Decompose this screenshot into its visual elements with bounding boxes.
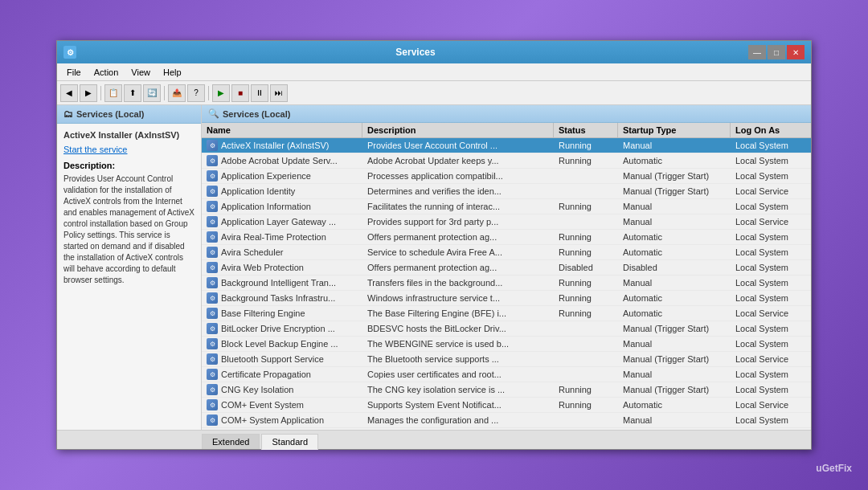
- main-area: 🗂 Services (Local) ActiveX Installer (Ax…: [57, 105, 811, 430]
- service-status-cell: Running: [554, 382, 618, 397]
- service-startup-cell: Manual: [618, 337, 731, 351]
- service-logon-cell: Local System: [731, 413, 811, 427]
- up-button[interactable]: ⬆: [124, 84, 141, 102]
- service-name-cell: ActiveX Installer (AxInstSV): [202, 138, 362, 153]
- left-panel-title: Services (Local): [76, 109, 144, 119]
- service-desc-cell: Facilitates the running of interac...: [362, 199, 554, 214]
- start-service-link[interactable]: Start the service: [63, 145, 194, 154]
- service-icon: [207, 292, 218, 304]
- service-icon: [207, 399, 218, 410]
- tree-button[interactable]: 📋: [104, 84, 122, 102]
- menu-file[interactable]: File: [60, 66, 88, 79]
- minimize-button[interactable]: —: [748, 45, 766, 59]
- service-desc-cell: Supports System Event Notificat...: [362, 398, 554, 412]
- table-row[interactable]: ActiveX Installer (AxInstSV)Provides Use…: [202, 138, 811, 153]
- service-logon-cell: Local Service: [731, 306, 811, 321]
- service-status-cell: [554, 214, 618, 229]
- service-icon: [207, 201, 218, 212]
- menu-help[interactable]: Help: [157, 66, 188, 79]
- table-row[interactable]: Application Layer Gateway ...Provides su…: [202, 214, 811, 230]
- table-row[interactable]: Base Filtering EngineThe Base Filtering …: [202, 306, 811, 321]
- services-window: ⚙ Services — □ ✕ File Action View Help ◀…: [56, 40, 812, 450]
- table-row[interactable]: Background Tasks Infrastru...Windows inf…: [202, 291, 811, 306]
- table-row[interactable]: Application IdentityDetermines and verif…: [202, 184, 811, 199]
- close-button[interactable]: ✕: [787, 45, 805, 59]
- service-logon-cell: Local Service: [731, 214, 811, 229]
- toolbar-separator-3: [208, 86, 209, 100]
- service-desc-cell: Provides support for 3rd party p...: [362, 214, 554, 229]
- col-logon[interactable]: Log On As: [731, 123, 811, 137]
- service-desc-cell: The WBENGINE service is used b...: [362, 337, 554, 351]
- col-description[interactable]: Description: [362, 123, 554, 137]
- table-row[interactable]: Application InformationFacilitates the r…: [202, 199, 811, 214]
- service-name-cell: Background Tasks Infrastru...: [202, 291, 362, 305]
- service-status-cell: Running: [554, 306, 618, 321]
- service-logon-cell: Local Service: [731, 184, 811, 198]
- table-row[interactable]: Certificate PropagationCopies user certi…: [202, 367, 811, 382]
- service-logon-cell: Local System: [731, 367, 811, 382]
- right-panel-header: 🔍 Services (Local): [202, 105, 811, 123]
- service-startup-cell: Manual (Trigger Start): [618, 169, 731, 183]
- toolbar: ◀ ▶ 📋 ⬆ 🔄 📤 ? ▶ ■ ⏸ ⏭: [57, 81, 811, 105]
- services-table[interactable]: Name Description Status Startup Type Log…: [202, 123, 811, 430]
- service-name-cell: BitLocker Drive Encryption ...: [202, 321, 362, 336]
- service-logon-cell: Local System: [731, 321, 811, 336]
- table-row[interactable]: Adobe Acrobat Update Serv...Adobe Acroba…: [202, 153, 811, 169]
- pause-button[interactable]: ⏸: [251, 84, 268, 102]
- service-desc-cell: BDESVC hosts the BitLocker Driv...: [362, 321, 554, 336]
- service-status-cell: Running: [554, 153, 618, 168]
- tab-standard[interactable]: Standard: [261, 434, 318, 450]
- maximize-button[interactable]: □: [768, 45, 785, 59]
- table-row[interactable]: Avira Real-Time ProtectionOffers permane…: [202, 230, 811, 245]
- table-row[interactable]: BitLocker Drive Encryption ...BDESVC hos…: [202, 321, 811, 337]
- help-button[interactable]: ?: [187, 84, 205, 102]
- service-startup-cell: Disabled: [618, 260, 731, 275]
- service-icon: [207, 308, 218, 319]
- refresh-button[interactable]: 🔄: [143, 84, 161, 102]
- service-status-cell: Running: [554, 230, 618, 244]
- table-row[interactable]: Avira Web ProtectionOffers permanent pro…: [202, 260, 811, 276]
- service-icon: [207, 231, 218, 243]
- restart-button[interactable]: ⏭: [270, 84, 288, 102]
- service-logon-cell: Local System: [731, 230, 811, 244]
- table-row[interactable]: Avira SchedulerService to schedule Avira…: [202, 245, 811, 260]
- table-row[interactable]: COM+ System ApplicationManages the confi…: [202, 413, 811, 428]
- play-button[interactable]: ▶: [212, 84, 230, 102]
- back-button[interactable]: ◀: [60, 84, 78, 102]
- service-startup-cell: Manual: [618, 367, 731, 382]
- table-row[interactable]: CNG Key IsolationThe CNG key isolation s…: [202, 382, 811, 398]
- table-row[interactable]: Application ExperienceProcesses applicat…: [202, 169, 811, 184]
- col-status[interactable]: Status: [554, 123, 618, 137]
- col-startup[interactable]: Startup Type: [618, 123, 731, 137]
- table-row[interactable]: COM+ Event SystemSupports System Event N…: [202, 398, 811, 413]
- service-desc-cell: Provides User Account Control ...: [362, 138, 554, 153]
- stop-button[interactable]: ■: [231, 84, 249, 102]
- service-status-cell: [554, 169, 618, 183]
- service-startup-cell: Automatic: [618, 291, 731, 305]
- service-icon: [207, 262, 218, 273]
- service-desc-cell: Windows infrastructure service t...: [362, 291, 554, 305]
- table-header: Name Description Status Startup Type Log…: [202, 123, 811, 138]
- service-logon-cell: Local System: [731, 153, 811, 168]
- service-status-cell: [554, 184, 618, 198]
- service-startup-cell: Manual (Trigger Start): [618, 382, 731, 397]
- export-button[interactable]: 📤: [168, 84, 186, 102]
- table-row[interactable]: Block Level Backup Engine ...The WBENGIN…: [202, 337, 811, 352]
- service-icon: [207, 323, 218, 334]
- service-icon: [207, 338, 218, 349]
- table-row[interactable]: Bluetooth Support ServiceThe Bluetooth s…: [202, 352, 811, 367]
- table-body: ActiveX Installer (AxInstSV)Provides Use…: [202, 138, 811, 430]
- service-name-cell: Application Layer Gateway ...: [202, 214, 362, 229]
- service-status-cell: [554, 337, 618, 351]
- service-icon: [207, 247, 218, 258]
- menu-view[interactable]: View: [125, 66, 157, 79]
- folder-icon: 🗂: [63, 108, 73, 120]
- forward-button[interactable]: ▶: [80, 84, 97, 102]
- table-row[interactable]: Background Intelligent Tran...Transfers …: [202, 276, 811, 291]
- tab-extended[interactable]: Extended: [202, 434, 260, 449]
- col-name[interactable]: Name: [202, 123, 362, 137]
- service-status-cell: Running: [554, 291, 618, 305]
- service-status-cell: Running: [554, 276, 618, 290]
- menu-action[interactable]: Action: [88, 66, 125, 79]
- service-startup-cell: Automatic: [618, 230, 731, 244]
